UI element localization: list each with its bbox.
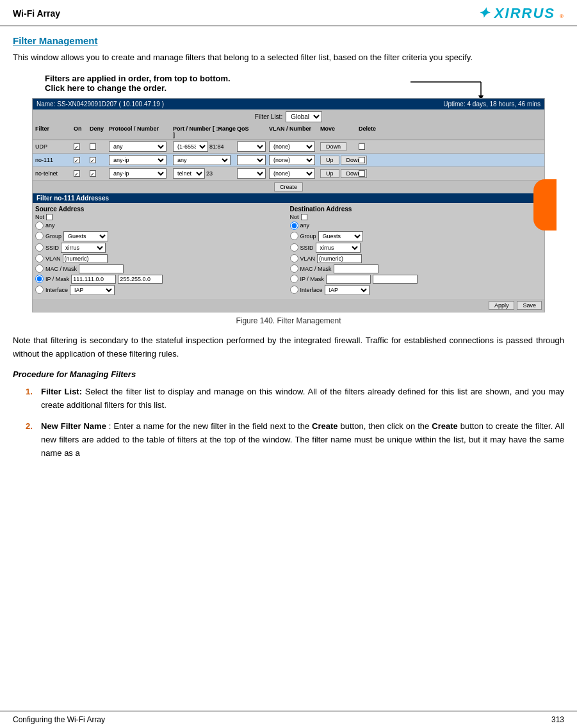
dest-addr-title: Destination Address xyxy=(290,206,542,213)
not-label-dst: Not xyxy=(290,214,299,220)
filter-note-line1: Filters are applied in order, from top t… xyxy=(45,74,231,83)
dst-ssid-radio[interactable] xyxy=(290,243,298,252)
src-group-select[interactable]: Guests xyxy=(63,231,108,241)
page-footer: Configuring the Wi-Fi Array 313 xyxy=(0,711,577,728)
dst-ip-input[interactable] xyxy=(326,275,371,284)
dest-address-col: Destination Address Not any Group Guests… xyxy=(290,206,542,296)
col-on: On xyxy=(74,125,90,138)
qos-select[interactable] xyxy=(237,155,266,165)
dst-iface-select[interactable]: IAP xyxy=(325,285,370,295)
src-vlan-radio[interactable] xyxy=(35,254,44,263)
create-button[interactable]: Create xyxy=(274,182,303,191)
ui-topbar: Name: SS-XN0429091D207 ( 10.100.47.19 ) … xyxy=(33,99,544,109)
src-any-radio[interactable] xyxy=(35,222,44,230)
src-iface-radio[interactable] xyxy=(35,286,44,294)
dst-any-radio[interactable] xyxy=(290,222,298,230)
src-mac-radio[interactable] xyxy=(35,264,44,273)
source-address-col: Source Address Not any Group Guests SSID xyxy=(35,206,288,296)
src-ssid-radio[interactable] xyxy=(35,243,44,252)
section-heading: Procedure for Managing Filters xyxy=(13,369,564,379)
list-num-2: 2. xyxy=(26,420,36,460)
apply-button[interactable]: Apply xyxy=(489,301,515,310)
ui-create-row: Create xyxy=(33,181,544,193)
src-iface-select[interactable]: IAP xyxy=(70,285,115,295)
intro-text: This window allows you to create and man… xyxy=(13,51,564,65)
move-up-btn[interactable]: Up xyxy=(320,156,339,165)
qos-select[interactable] xyxy=(237,168,266,179)
list-content-1: Filter List: Select the filter list to d… xyxy=(41,385,564,412)
col-move: Move xyxy=(320,125,359,138)
body-paragraph: Note that filtering is secondary to the … xyxy=(13,334,564,361)
list-text-1: Select the filter list to display and ma… xyxy=(41,387,564,410)
vlan-select[interactable]: (none) xyxy=(269,142,315,152)
dst-vlan-radio[interactable] xyxy=(290,254,298,263)
orange-circle-decoration xyxy=(533,179,557,231)
table-row: no-telnet any-ip telnet 23 (none) Up Dow… xyxy=(33,167,544,181)
screenshot-container: Name: SS-XN0429091D207 ( 10.100.47.19 ) … xyxy=(32,98,545,312)
dst-mac-input[interactable] xyxy=(334,264,378,273)
move-down-btn[interactable]: Down xyxy=(320,142,346,151)
filter-list-label: Filter List: xyxy=(255,113,282,120)
move-up-btn[interactable]: Up xyxy=(320,169,339,178)
dst-mask-input[interactable] xyxy=(373,275,418,284)
header-title: Wi-Fi Array xyxy=(13,8,60,19)
filter-note-line2: Click here to change the order. xyxy=(45,83,167,93)
table-row: UDP any (1-65534) 81:84 (none) Down xyxy=(33,140,544,154)
protocol-select[interactable]: any-ip xyxy=(109,168,167,179)
col-port: Port / Number [ :Range ] xyxy=(173,125,237,138)
port-select[interactable]: any xyxy=(173,155,231,165)
source-addr-title: Source Address xyxy=(35,206,288,213)
ui-uptime: Uptime: 4 days, 18 hours, 46 mins xyxy=(443,101,540,108)
list-item: 2. New Filter Name : Enter a name for th… xyxy=(26,420,564,460)
filter-list-select[interactable]: Global xyxy=(286,111,322,122)
vlan-select[interactable]: (none) xyxy=(269,168,315,179)
port-select[interactable]: (1-65534) xyxy=(173,142,208,152)
logo: ✦ XIRRUS ® xyxy=(478,5,564,22)
dst-group-radio[interactable] xyxy=(290,232,298,240)
list-content-2: New Filter Name : Enter a name for the n… xyxy=(41,420,564,460)
procedure-list: 1. Filter List: Select the filter list t… xyxy=(26,385,564,460)
dst-iface-radio[interactable] xyxy=(290,286,298,294)
dst-mac-radio[interactable] xyxy=(290,264,298,273)
src-mask-input[interactable] xyxy=(118,275,163,284)
list-term-2: New Filter Name xyxy=(41,421,106,431)
not-dst-checkbox[interactable] xyxy=(301,214,307,220)
not-checkbox[interactable] xyxy=(46,214,53,220)
list-num-1: 1. xyxy=(26,385,36,412)
src-vlan-input[interactable] xyxy=(63,254,108,263)
list-term-1: Filter List: xyxy=(41,387,82,396)
ui-apply-save-row: Apply Save xyxy=(33,299,544,312)
list-text-2: : Enter a name for the new filter in the… xyxy=(41,421,564,458)
col-deny: Deny xyxy=(90,125,109,138)
figure-caption: Figure 140. Filter Management xyxy=(13,316,564,325)
vlan-select[interactable]: (none) xyxy=(269,155,315,165)
col-qos: QoS xyxy=(237,125,269,138)
footer-right: 313 xyxy=(551,715,564,724)
dst-ip-radio[interactable] xyxy=(290,275,298,283)
col-vlan: VLAN / Number xyxy=(269,125,320,138)
src-ssid-select[interactable]: xirrus xyxy=(61,243,106,253)
page-header: Wi-Fi Array ✦ XIRRUS ® xyxy=(0,0,577,26)
row-filter-name: UDP xyxy=(35,143,74,150)
qos-select[interactable] xyxy=(237,142,266,152)
dst-vlan-input[interactable] xyxy=(317,254,362,263)
src-group-radio[interactable] xyxy=(35,232,44,240)
dst-group-select[interactable]: Guests xyxy=(318,231,363,241)
dst-ssid-select[interactable]: xirrus xyxy=(316,243,361,253)
src-mac-input[interactable] xyxy=(79,264,124,273)
src-ip-input[interactable] xyxy=(71,275,116,284)
page-title: Filter Management xyxy=(13,35,564,46)
ui-filter-list-row: Filter List: Global xyxy=(33,109,544,124)
protocol-select[interactable]: any-ip xyxy=(109,155,167,165)
not-row: Not xyxy=(35,214,288,220)
main-content: Filter Management This window allows you… xyxy=(0,26,577,476)
col-filter: Filter xyxy=(35,125,74,138)
src-ip-radio[interactable] xyxy=(35,275,44,283)
ui-device-name: Name: SS-XN0429091D207 ( 10.100.47.19 ) xyxy=(37,101,164,108)
row-filter-name: no-telnet xyxy=(35,170,74,177)
port-select[interactable]: telnet xyxy=(173,168,205,179)
save-button[interactable]: Save xyxy=(517,301,542,310)
not-row-dst: Not xyxy=(290,214,542,220)
footer-left: Configuring the Wi-Fi Array xyxy=(13,715,105,724)
protocol-select[interactable]: any xyxy=(109,142,167,152)
